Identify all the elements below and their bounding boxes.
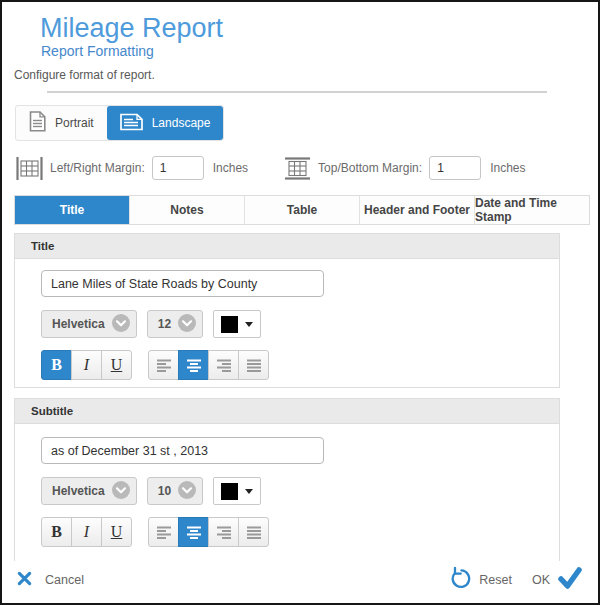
- tab-notes[interactable]: Notes: [129, 196, 244, 224]
- left-right-margin-icon: [16, 157, 43, 180]
- title-section-header: Title: [15, 234, 559, 259]
- portrait-button[interactable]: Portrait: [16, 106, 107, 140]
- title-section: Title Helvetica 12: [14, 233, 560, 388]
- title-section-body: Helvetica 12: [15, 259, 559, 380]
- left-right-margin-unit: Inches: [213, 161, 248, 175]
- footer-actions: Reset OK: [448, 566, 583, 594]
- header-divider: [47, 91, 547, 93]
- tab-table[interactable]: Table: [244, 196, 359, 224]
- subtitle-underline-button[interactable]: U: [101, 517, 132, 547]
- subtitle-font-size-value: 10: [158, 484, 171, 498]
- dialog-footer: Cancel Reset OK: [2, 561, 598, 603]
- reset-label: Reset: [479, 573, 512, 587]
- title-font-row: Helvetica 12: [41, 310, 559, 338]
- title-font-family-dropdown[interactable]: Helvetica: [41, 310, 137, 338]
- title-alignment-group: [148, 350, 269, 380]
- ok-label: OK: [532, 573, 550, 587]
- title-font-family-value: Helvetica: [52, 317, 105, 331]
- portrait-document-icon: [29, 111, 46, 135]
- circular-arrow-icon: [448, 567, 471, 594]
- top-bottom-margin-label: Top/Bottom Margin:: [318, 161, 422, 175]
- landscape-button[interactable]: Landscape: [107, 106, 224, 140]
- title-text-style-group: B I U: [41, 350, 132, 380]
- subtitle-section-header: Subtitle: [15, 399, 559, 424]
- subtitle-font-family-dropdown[interactable]: Helvetica: [41, 477, 137, 505]
- title-italic-button[interactable]: I: [71, 350, 102, 380]
- title-align-justify-button[interactable]: [238, 350, 269, 380]
- subtitle-bold-button[interactable]: B: [41, 517, 72, 547]
- title-font-size-dropdown[interactable]: 12: [147, 310, 203, 338]
- subtitle-font-row: Helvetica 10: [41, 477, 559, 505]
- subtitle-section: Subtitle Helvetica 10: [14, 398, 560, 563]
- landscape-document-icon: [120, 113, 143, 134]
- title-style-row: B I U: [41, 350, 559, 380]
- subtitle-align-center-button[interactable]: [178, 517, 209, 547]
- subtitle-text-style-group: B I U: [41, 517, 132, 547]
- page-title: Mileage Report: [40, 14, 586, 42]
- top-bottom-margin-unit: Inches: [490, 161, 525, 175]
- subtitle-color-swatch: [221, 483, 238, 500]
- tab-title[interactable]: Title: [15, 196, 129, 224]
- subtitle-section-body: Helvetica 10: [15, 424, 559, 547]
- title-bold-button[interactable]: B: [41, 350, 72, 380]
- title-underline-button[interactable]: U: [101, 350, 132, 380]
- subtitle-align-right-button[interactable]: [208, 517, 239, 547]
- subtitle-alignment-group: [148, 517, 269, 547]
- title-text-input[interactable]: [41, 270, 324, 297]
- left-right-margin-label: Left/Right Margin:: [50, 161, 145, 175]
- title-align-right-button[interactable]: [208, 350, 239, 380]
- margins-row: Left/Right Margin: Inches Top/Bottom Mar…: [16, 156, 586, 180]
- title-font-size-value: 12: [158, 317, 171, 331]
- title-align-left-button[interactable]: [148, 350, 179, 380]
- title-font-color-dropdown[interactable]: [213, 310, 261, 338]
- top-bottom-margin-input[interactable]: [429, 156, 481, 180]
- subtitle-text-input[interactable]: [41, 437, 324, 464]
- chevron-down-circle-icon: [178, 314, 196, 335]
- tab-date-and-time-stamp[interactable]: Date and Time Stamp: [474, 196, 589, 224]
- caret-down-icon: [245, 489, 253, 494]
- chevron-down-circle-icon: [112, 481, 130, 502]
- page-description: Configure format of report.: [14, 68, 586, 82]
- chevron-down-circle-icon: [178, 481, 196, 502]
- x-icon: [17, 571, 32, 590]
- title-align-center-button[interactable]: [178, 350, 209, 380]
- ok-button[interactable]: OK: [532, 566, 583, 594]
- format-tabs: Title Notes Table Header and Footer Date…: [14, 195, 590, 225]
- mileage-report-dialog: Mileage Report Report Formatting Configu…: [0, 0, 600, 605]
- left-right-margin-input[interactable]: [152, 156, 204, 180]
- top-bottom-margin-icon: [284, 157, 311, 180]
- orientation-toggle-group: Portrait Landscape: [15, 105, 224, 141]
- cancel-button[interactable]: Cancel: [17, 571, 84, 590]
- subtitle-align-left-button[interactable]: [148, 517, 179, 547]
- reset-button[interactable]: Reset: [448, 567, 512, 594]
- landscape-label: Landscape: [152, 116, 211, 130]
- subtitle-style-row: B I U: [41, 517, 559, 547]
- subtitle-font-family-value: Helvetica: [52, 484, 105, 498]
- tab-header-and-footer[interactable]: Header and Footer: [359, 196, 474, 224]
- title-color-swatch: [221, 316, 238, 333]
- page-subtitle: Report Formatting: [41, 43, 586, 59]
- subtitle-font-color-dropdown[interactable]: [213, 477, 261, 505]
- checkmark-icon: [557, 566, 583, 594]
- cancel-label: Cancel: [45, 573, 84, 587]
- subtitle-align-justify-button[interactable]: [238, 517, 269, 547]
- portrait-label: Portrait: [55, 116, 94, 130]
- chevron-down-circle-icon: [112, 314, 130, 335]
- subtitle-font-size-dropdown[interactable]: 10: [147, 477, 203, 505]
- caret-down-icon: [245, 322, 253, 327]
- subtitle-italic-button[interactable]: I: [71, 517, 102, 547]
